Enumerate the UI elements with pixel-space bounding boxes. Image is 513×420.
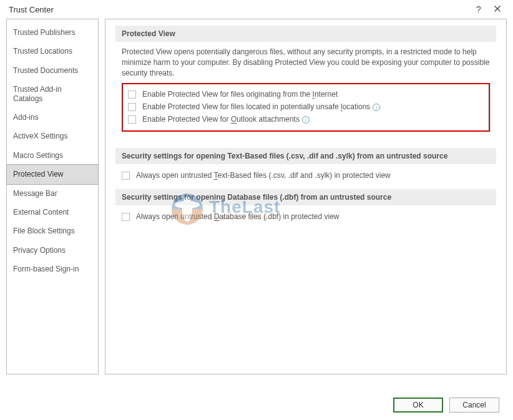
info-icon[interactable]: i [302, 116, 310, 124]
cancel-button[interactable]: Cancel [449, 398, 499, 413]
opt-text-based[interactable]: Always open untrusted Text-Based files (… [122, 169, 490, 182]
checkbox-icon[interactable] [122, 172, 130, 180]
checkbox-icon[interactable] [128, 115, 136, 124]
opt-pv-outlook[interactable]: Enable Protected View for Outlook attach… [128, 113, 484, 125]
content-pane: Protected View Protected View opens pote… [105, 19, 507, 374]
section-header-protected-view: Protected View [115, 26, 496, 42]
info-icon[interactable]: i [373, 104, 380, 111]
sidebar-item[interactable]: Protected View [6, 164, 99, 184]
sidebar-item[interactable]: Form-based Sign-in [7, 260, 98, 278]
checkbox-icon[interactable] [128, 90, 136, 99]
section-header-database: Security settings for opening Database f… [115, 189, 496, 205]
sidebar-item[interactable]: Privacy Options [7, 241, 98, 260]
sidebar-item[interactable]: Trusted Add-in Catalogs [7, 80, 98, 108]
sidebar-item[interactable]: File Block Settings [7, 222, 98, 240]
sidebar-item[interactable]: Trusted Publishers [7, 23, 98, 42]
option-label: Always open untrusted Text-Based files (… [136, 171, 391, 180]
close-icon[interactable] [488, 4, 507, 14]
ok-button[interactable]: OK [393, 398, 443, 413]
checkbox-icon[interactable] [128, 103, 136, 111]
sidebar-item[interactable]: Trusted Locations [7, 42, 98, 61]
section-header-text-based: Security settings for opening Text-Based… [115, 148, 496, 164]
sidebar-item[interactable]: Macro Settings [7, 146, 98, 165]
dialog-footer: OK Cancel [393, 398, 499, 413]
sidebar-item[interactable]: Message Bar [7, 184, 98, 203]
window-title: Trust Center [9, 5, 469, 14]
option-label: Always open untrusted Database files (.d… [136, 212, 340, 221]
sidebar: Trusted PublishersTrusted LocationsTrust… [6, 19, 99, 374]
sidebar-item[interactable]: ActiveX Settings [7, 127, 98, 145]
opt-pv-internet[interactable]: Enable Protected View for files originat… [128, 88, 484, 100]
sidebar-item[interactable]: Trusted Documents [7, 61, 98, 80]
sidebar-item[interactable]: External Content [7, 203, 98, 222]
option-label: Enable Protected View for files located … [142, 102, 380, 111]
sidebar-item[interactable]: Add-ins [7, 108, 98, 127]
opt-database[interactable]: Always open untrusted Database files (.d… [122, 210, 490, 223]
help-icon[interactable]: ? [469, 4, 488, 14]
option-label: Enable Protected View for Outlook attach… [142, 115, 310, 124]
checkbox-icon[interactable] [122, 213, 130, 221]
titlebar: Trust Center ? [0, 0, 513, 19]
highlight-box: Enable Protected View for files originat… [122, 83, 490, 132]
protected-view-description: Protected View opens potentially dangero… [122, 47, 490, 78]
opt-pv-unsafe-locations[interactable]: Enable Protected View for files located … [128, 100, 484, 113]
option-label: Enable Protected View for files originat… [142, 90, 338, 99]
